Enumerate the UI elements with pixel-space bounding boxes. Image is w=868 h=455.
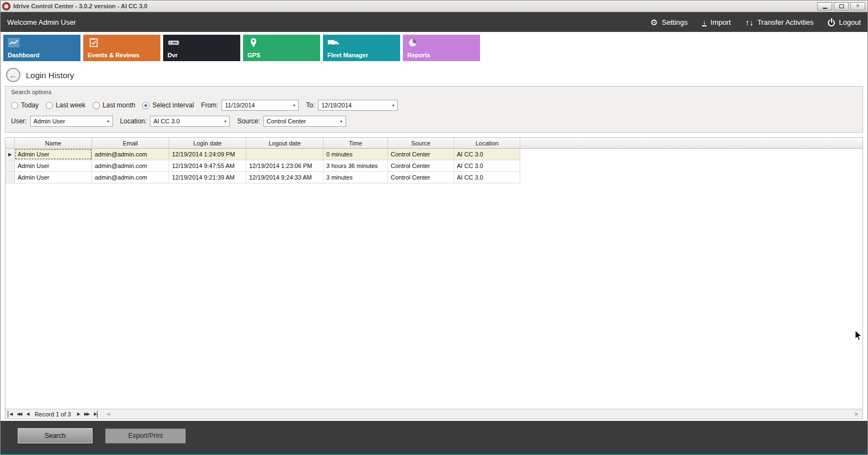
import-button[interactable]: ↓ Import [702, 18, 731, 26]
tile-dvr[interactable]: Dvr [163, 35, 240, 61]
minimize-button[interactable] [817, 2, 832, 10]
grid-header: Name Email Login date Logout date Time S… [6, 138, 862, 149]
search-button[interactable]: Search [17, 427, 93, 444]
to-date-value: 12/19/2014 [321, 102, 352, 109]
radio-last-week[interactable]: Last week [46, 101, 85, 109]
tile-fleet-manager[interactable]: Fleet Manager [323, 35, 400, 61]
power-icon [828, 19, 835, 26]
current-row-arrow-icon: ▶ [8, 152, 12, 157]
table-row[interactable]: Admin User admin@admin.com 12/19/2014 9:… [6, 160, 520, 172]
location-pin-icon [247, 38, 260, 47]
cell-source[interactable]: Control Center [388, 172, 454, 183]
window-bottom-edge [1, 451, 867, 454]
chevron-down-icon: ▼ [106, 120, 110, 123]
tile-fleet-manager-label: Fleet Manager [327, 52, 368, 58]
cell-location[interactable]: AI CC 3.0 [454, 160, 520, 171]
cell-email[interactable]: admin@admin.com [92, 160, 169, 171]
module-tiles: Dashboard Events & Reviews Dvr GPS Fleet… [1, 32, 867, 64]
column-header-location[interactable]: Location [454, 138, 520, 148]
window-title: Idrive Control Center - 3.0.2 version - … [13, 3, 148, 9]
cell-login-date[interactable]: 12/19/2014 9:47:55 AM [169, 160, 246, 171]
column-header-source[interactable]: Source [388, 138, 454, 148]
nav-last-icon[interactable]: ▶ [93, 411, 98, 418]
cell-source[interactable]: Control Center [388, 160, 454, 171]
radio-today-label: Today [21, 101, 39, 109]
column-header-login-date[interactable]: Login date [169, 138, 246, 148]
cell-email[interactable]: admin@admin.com [92, 149, 169, 160]
search-options-title: Search options [11, 89, 857, 95]
cell-time[interactable]: 3 minutes [324, 172, 388, 183]
nav-next-icon[interactable]: ▶ [76, 411, 80, 418]
settings-button[interactable]: ⚙ Settings [650, 18, 687, 26]
cell-location[interactable]: AI CC 3.0 [454, 172, 520, 183]
export-print-button[interactable]: Export/Print [105, 429, 186, 443]
column-header-logout-date[interactable]: Logout date [246, 138, 324, 148]
dvr-device-icon [168, 38, 180, 47]
transfer-activities-button[interactable]: ↑↓ Transfer Activities [745, 18, 813, 26]
radio-last-week-icon [46, 102, 53, 109]
tile-reports[interactable]: Reports [403, 35, 480, 61]
cell-name[interactable]: Admin User [15, 172, 92, 183]
location-dropdown[interactable]: AI CC 3.0 ▼ [150, 116, 230, 127]
close-icon: × [856, 3, 860, 9]
radio-today-icon [11, 102, 18, 109]
app-icon [3, 3, 10, 10]
source-value: Control Center [267, 118, 306, 124]
tile-events-reviews[interactable]: Events & Reviews [83, 35, 160, 61]
column-header-name[interactable]: Name [15, 138, 92, 148]
back-button[interactable]: ← [6, 68, 20, 82]
nav-next-page-icon[interactable]: ▶▶ [83, 411, 90, 418]
cell-logout-date[interactable]: 12/19/2014 1:23:06 PM [246, 160, 324, 171]
tile-gps[interactable]: GPS [243, 35, 320, 61]
cell-time[interactable]: 0 minutes [324, 149, 388, 160]
cell-logout-date[interactable] [246, 149, 324, 160]
column-header-time[interactable]: Time [324, 138, 388, 148]
cell-name[interactable]: Admin User [15, 160, 92, 171]
tile-events-reviews-label: Events & Reviews [88, 52, 139, 58]
nav-prev-icon[interactable]: ◀ [25, 411, 29, 418]
cell-login-date[interactable]: 12/19/2014 1:24:09 PM [169, 149, 246, 160]
location-label: Location: [120, 117, 147, 125]
from-date-dropdown[interactable]: 11/19/2014 ▼ [222, 100, 299, 111]
table-row[interactable]: Admin User admin@admin.com 12/19/2014 9:… [6, 172, 520, 183]
cell-name[interactable]: Admin User [15, 149, 92, 160]
to-date-field: To: 12/19/2014 ▼ [306, 100, 398, 111]
cell-source[interactable]: Control Center [388, 149, 454, 160]
logout-button[interactable]: Logout [828, 18, 861, 26]
filters-row: User: Admin User ▼ Location: AI CC 3.0 ▼… [11, 116, 857, 127]
truck-icon [327, 38, 339, 47]
to-date-dropdown[interactable]: 12/19/2014 ▼ [318, 100, 398, 111]
cell-login-date[interactable]: 12/19/2014 9:21:39 AM [169, 172, 246, 183]
tile-dashboard[interactable]: Dashboard [3, 35, 80, 61]
close-button[interactable]: × [850, 2, 865, 10]
nav-prev-page-icon[interactable]: ◀◀ [15, 411, 22, 418]
radio-select-interval-icon [142, 102, 149, 109]
maximize-button[interactable] [834, 2, 849, 10]
source-dropdown[interactable]: Control Center ▼ [263, 116, 346, 127]
nav-first-icon[interactable]: ◀ [8, 411, 13, 418]
row-indicator-cell [6, 172, 15, 183]
chart-icon [8, 38, 20, 47]
table-row[interactable]: ▶ Admin User admin@admin.com 12/19/2014 … [6, 149, 520, 160]
horizontal-scrollbar[interactable]: ◀ ▶ [105, 410, 860, 418]
radio-select-interval[interactable]: Select interval [142, 101, 193, 109]
cell-email[interactable]: admin@admin.com [92, 172, 169, 183]
nav-actions: ⚙ Settings ↓ Import ↑↓ Transfer Activiti… [650, 18, 861, 26]
chevron-down-icon: ▼ [339, 120, 343, 123]
tile-dashboard-label: Dashboard [8, 52, 39, 58]
import-label: Import [710, 18, 731, 26]
column-header-email[interactable]: Email [92, 138, 169, 148]
radio-today[interactable]: Today [11, 101, 39, 109]
scroll-left-icon[interactable]: ◀ [105, 411, 111, 416]
cell-logout-date[interactable]: 12/19/2014 9:24:33 AM [246, 172, 324, 183]
cell-location[interactable]: AI CC 3.0 [454, 149, 520, 160]
user-dropdown[interactable]: Admin User ▼ [30, 116, 113, 127]
to-label: To: [306, 101, 315, 109]
page-title: Login History [26, 71, 74, 80]
radio-last-month[interactable]: Last month [93, 101, 135, 109]
row-indicator-cell: ▶ [6, 149, 15, 160]
cell-time[interactable]: 3 hours 36 minutes [324, 160, 388, 171]
grid-body: ▶ Admin User admin@admin.com 12/19/2014 … [6, 149, 862, 409]
scroll-right-icon[interactable]: ▶ [854, 411, 860, 416]
radio-last-month-icon [93, 102, 100, 109]
